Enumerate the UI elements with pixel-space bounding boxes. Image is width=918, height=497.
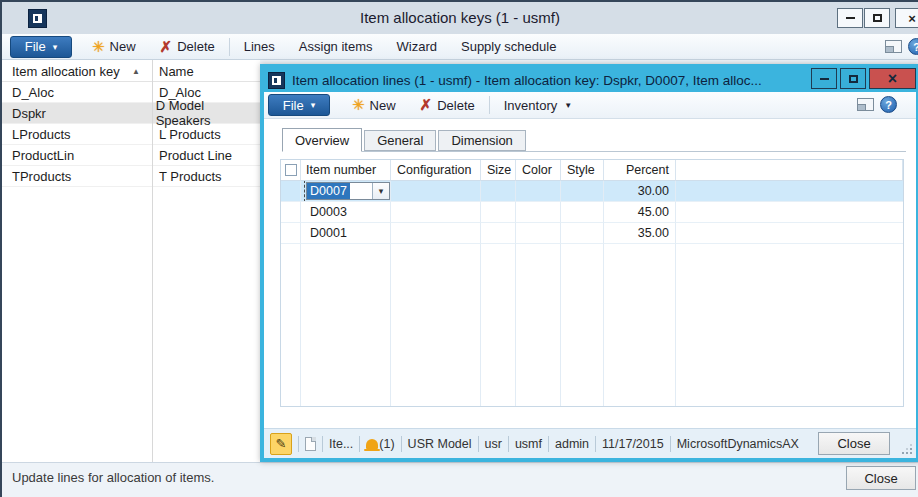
main-minimize-button[interactable] (837, 8, 863, 28)
column-header-color[interactable]: Color (516, 160, 561, 181)
child-maximize-button[interactable] (840, 68, 866, 89)
row-select-cell[interactable] (281, 181, 301, 202)
cell-name: Product Line (152, 148, 232, 163)
tab-dimension[interactable]: Dimension (438, 130, 525, 151)
percent-cell[interactable]: 45.00 (604, 202, 676, 223)
item-number-cell[interactable]: D0003 (301, 202, 391, 223)
checkbox-icon[interactable] (285, 164, 297, 176)
status-layer[interactable]: usr (485, 437, 502, 451)
child-new-button[interactable]: ✳ New (340, 92, 408, 118)
table-row[interactable]: D0001 35.00 (281, 223, 903, 244)
help-glyph: ? (885, 99, 892, 111)
filler-cell (676, 181, 903, 202)
status-model[interactable]: USR Model (408, 437, 472, 451)
size-cell[interactable] (481, 223, 516, 244)
child-content: Overview General Dimension Item number C… (264, 119, 916, 458)
item-number-cell[interactable]: D0001 (301, 223, 391, 244)
column-header-filler (676, 160, 903, 181)
child-minimize-button[interactable] (811, 68, 837, 89)
child-titlebar[interactable]: Item allocation lines (1 - usmf) - Item … (264, 68, 916, 92)
main-menubar: File ▾ ✳ New ✗ Delete Lines Assign items… (2, 34, 918, 60)
main-close-window-button[interactable]: Close (846, 466, 916, 490)
edit-mode-button[interactable]: ✎ (270, 433, 292, 455)
status-company[interactable]: usmf (515, 437, 542, 451)
column-header-percent[interactable]: Percent (604, 160, 676, 181)
child-delete-button[interactable]: ✗ Delete (408, 92, 487, 118)
color-cell[interactable] (516, 223, 561, 244)
notification-count[interactable]: (1) (379, 437, 394, 451)
resize-grip[interactable] (902, 443, 913, 454)
color-cell[interactable] (516, 181, 561, 202)
tab-general[interactable]: General (364, 130, 436, 151)
table-row[interactable]: ProductLin Product Line (2, 145, 260, 166)
main-file-menu-button[interactable]: File ▾ (10, 36, 72, 58)
select-all-checkbox-cell[interactable] (281, 160, 301, 181)
menu-item-supply-schedule[interactable]: Supply schedule (449, 34, 568, 59)
new-label: New (110, 39, 136, 54)
child-file-menu-button[interactable]: File ▾ (268, 94, 330, 116)
new-star-icon: ✳ (352, 96, 365, 114)
child-close-window-button[interactable]: Close (818, 432, 890, 455)
size-cell[interactable] (481, 181, 516, 202)
help-icon[interactable]: ? (880, 96, 897, 113)
main-new-button[interactable]: ✳ New (80, 34, 148, 59)
combobox-dropdown-button[interactable]: ▾ (372, 183, 389, 199)
status-user[interactable]: admin (555, 437, 589, 451)
cell-key: TProducts (2, 169, 152, 184)
record-page-icon[interactable] (305, 437, 316, 451)
row-select-cell[interactable] (281, 202, 301, 223)
status-separator (478, 436, 479, 452)
main-close-button[interactable]: × (895, 8, 918, 28)
new-label: New (370, 98, 396, 113)
item-number-combobox[interactable]: D0007 ▾ (306, 182, 390, 200)
table-row[interactable]: TProducts T Products (2, 166, 260, 187)
tabstrip: Overview General Dimension (282, 128, 906, 152)
screen: Item allocation keys (1 - usmf) × File ▾… (0, 0, 918, 497)
color-cell[interactable] (516, 202, 561, 223)
column-header-item-allocation-key[interactable]: Item allocation key ▲ (2, 64, 152, 79)
child-close-button[interactable]: × (869, 68, 916, 89)
cell-key: ProductLin (2, 148, 152, 163)
record-label[interactable]: Ite... (329, 437, 353, 451)
main-window-titlebar[interactable]: Item allocation keys (1 - usmf) × (2, 2, 918, 34)
style-cell[interactable] (561, 181, 604, 202)
column-header-size[interactable]: Size (481, 160, 516, 181)
column-header-configuration[interactable]: Configuration (391, 160, 481, 181)
status-date[interactable]: 11/17/2015 (602, 437, 664, 451)
maximize-icon (873, 14, 882, 22)
menu-item-assign-items[interactable]: Assign items (287, 34, 385, 59)
notification-bell-icon[interactable] (366, 439, 378, 449)
pane-layout-icon[interactable] (857, 98, 874, 111)
status-separator (670, 436, 671, 452)
column-header-style[interactable]: Style (561, 160, 604, 181)
tab-overview[interactable]: Overview (282, 128, 362, 152)
column-header-name[interactable]: Name (152, 64, 194, 79)
table-row-selected[interactable]: Dspkr D Model Speakers (2, 103, 260, 124)
percent-cell[interactable]: 35.00 (604, 223, 676, 244)
status-message: Update lines for allocation of items. (12, 470, 214, 485)
table-row[interactable]: D0003 45.00 (281, 202, 903, 223)
help-icon[interactable]: ? (908, 38, 918, 55)
menu-item-lines[interactable]: Lines (232, 34, 287, 59)
pencil-icon: ✎ (276, 436, 287, 451)
menu-item-wizard[interactable]: Wizard (385, 34, 449, 59)
configuration-cell[interactable] (391, 223, 481, 244)
item-number-cell[interactable]: D0007 ▾ (301, 181, 391, 202)
configuration-cell[interactable] (391, 202, 481, 223)
main-delete-button[interactable]: ✗ Delete (148, 34, 227, 59)
style-cell[interactable] (561, 202, 604, 223)
child-statusbar: ✎ Ite... (1) USR Model usr usmf admin 11… (264, 428, 916, 458)
configuration-cell[interactable] (391, 181, 481, 202)
menu-item-inventory[interactable]: Inventory ▼ (492, 92, 584, 118)
percent-cell[interactable]: 30.00 (604, 181, 676, 202)
column-header-item-number[interactable]: Item number (301, 160, 391, 181)
grid-header-row: Item allocation key ▲ Name (2, 60, 260, 82)
row-select-cell[interactable] (281, 223, 301, 244)
style-cell[interactable] (561, 223, 604, 244)
table-row-selected[interactable]: D0007 ▾ 30.00 (281, 181, 903, 202)
status-app-name: MicrosoftDynamicsAX (677, 437, 799, 451)
column-divider[interactable] (152, 60, 153, 462)
main-maximize-button[interactable] (864, 8, 890, 28)
pane-layout-icon[interactable] (885, 40, 902, 53)
size-cell[interactable] (481, 202, 516, 223)
